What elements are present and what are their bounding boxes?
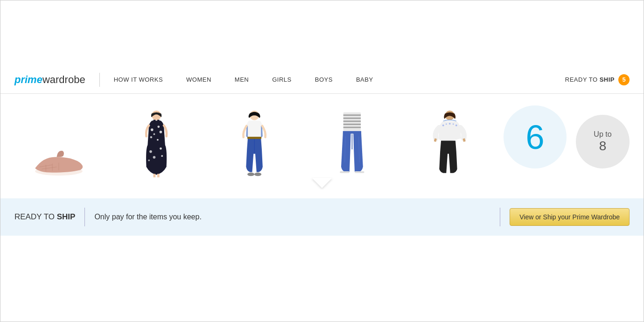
cta-keep-text: Only pay for the items you keep. [94, 213, 490, 221]
nav-women[interactable]: WOMEN [186, 76, 211, 83]
svg-rect-40 [355, 171, 364, 173]
top-spacer [0, 0, 644, 66]
caret-area [0, 178, 644, 189]
svg-point-12 [160, 131, 162, 133]
svg-point-25 [247, 173, 254, 176]
ship-button[interactable]: View or Ship your Prime Wardrobe [510, 208, 630, 226]
svg-point-11 [154, 133, 155, 135]
boho-top-svg [428, 110, 472, 178]
svg-rect-30 [343, 120, 361, 122]
up-to-number: 8 [599, 139, 607, 154]
svg-rect-21 [157, 174, 160, 177]
shoe-svg [31, 143, 87, 178]
navbar: prime wardrobe HOW IT WORKS WOMEN MEN GI… [0, 66, 644, 94]
nav-men[interactable]: MEN [235, 76, 249, 83]
cta-ready-label: READY TO SHIP [14, 212, 75, 222]
logo: prime wardrobe [14, 74, 85, 86]
svg-point-14 [157, 139, 159, 141]
cta-divider-2 [500, 208, 500, 226]
product-top-jeans[interactable] [210, 110, 299, 178]
svg-rect-24 [247, 137, 261, 139]
nav-divider [99, 73, 100, 87]
product-jeans[interactable] [308, 110, 397, 178]
svg-rect-31 [343, 124, 361, 125]
svg-rect-29 [343, 118, 361, 119]
nav-girls[interactable]: GIRLS [272, 76, 292, 83]
product-boho-top[interactable] [406, 110, 494, 178]
svg-point-45 [453, 124, 454, 125]
svg-rect-8 [157, 120, 160, 125]
svg-point-16 [160, 147, 162, 150]
svg-point-15 [149, 150, 152, 153]
svg-point-43 [446, 124, 447, 125]
ready-to-ship-nav[interactable]: READY TO SHIP 5 [565, 74, 630, 85]
svg-point-44 [449, 123, 451, 125]
svg-rect-28 [343, 114, 361, 116]
outfit-svg [235, 110, 274, 178]
svg-line-48 [464, 139, 465, 142]
svg-rect-39 [340, 171, 350, 173]
svg-point-9 [151, 128, 154, 131]
cart-badge: 5 [618, 74, 630, 85]
svg-point-13 [150, 136, 153, 139]
up-to-circle: Up to 8 [576, 115, 630, 168]
nav-baby[interactable]: BABY [356, 76, 373, 83]
logo-wardrobe: wardrobe [42, 74, 85, 86]
svg-point-17 [153, 156, 156, 159]
cta-bar: READY TO SHIP Only pay for the items you… [0, 198, 644, 236]
nav-boys[interactable]: BOYS [315, 76, 333, 83]
svg-point-19 [148, 160, 150, 161]
product-floral-dress[interactable] [112, 110, 201, 178]
item-count: 6 [525, 118, 544, 156]
svg-rect-7 [154, 120, 156, 125]
svg-point-26 [254, 173, 261, 176]
main-screen: prime wardrobe HOW IT WORKS WOMEN MEN GI… [0, 0, 644, 322]
ready-to-ship-nav-text: READY TO SHIP [565, 76, 615, 83]
product-shoe[interactable] [14, 143, 103, 178]
svg-point-42 [442, 125, 444, 126]
jeans-svg [335, 110, 370, 178]
svg-point-18 [161, 155, 163, 157]
svg-line-47 [435, 139, 436, 142]
cta-divider-1 [84, 208, 85, 226]
caret-down-icon [312, 178, 332, 188]
logo-prime: prime [14, 74, 42, 86]
svg-rect-32 [343, 127, 361, 128]
svg-rect-20 [154, 174, 156, 177]
items-section: 6 Up to 8 [0, 94, 644, 178]
svg-point-46 [455, 125, 457, 126]
up-to-label: Up to [594, 130, 611, 139]
item-count-circle: 6 [504, 105, 567, 168]
nav-links: HOW IT WORKS WOMEN MEN GIRLS BOYS BABY [114, 76, 565, 83]
dress-svg [137, 110, 176, 178]
svg-point-10 [158, 126, 160, 128]
nav-how-it-works[interactable]: HOW IT WORKS [114, 76, 163, 83]
